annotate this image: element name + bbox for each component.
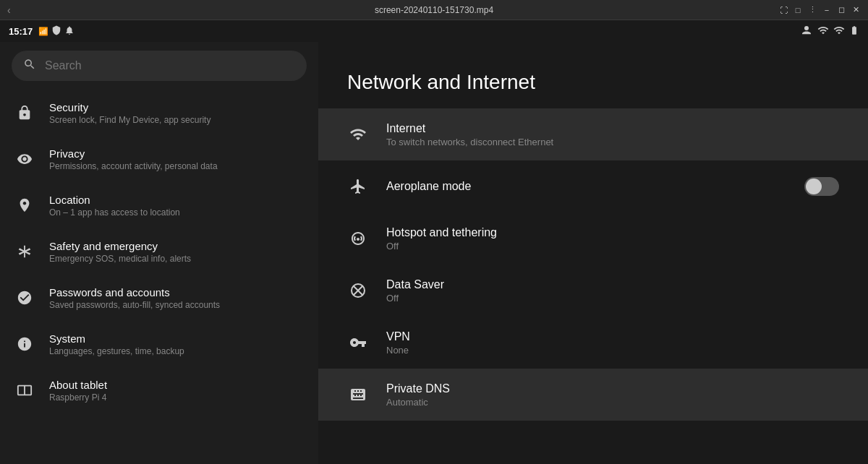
content-title: Network and Internet bbox=[318, 42, 868, 108]
menu-icon[interactable]: ⋮ bbox=[807, 5, 817, 15]
status-time: 15:17 bbox=[9, 26, 33, 37]
status-right bbox=[800, 24, 859, 39]
content-item-datasaver-title: Data Saver bbox=[386, 278, 839, 291]
sidebar-item-about-subtitle: Raspberry Pi 4 bbox=[49, 392, 107, 403]
content-item-hotspot-title: Hotspot and tethering bbox=[386, 226, 839, 239]
sidebar-item-privacy-subtitle: Permissions, account activity, personal … bbox=[49, 161, 218, 171]
svg-point-0 bbox=[804, 26, 809, 30]
content-item-internet-text: Internet To switch networks, disconnect … bbox=[386, 122, 839, 147]
content-item-aeroplane-text: Aeroplane mode bbox=[386, 180, 787, 193]
content-item-aeroplane[interactable]: Aeroplane mode bbox=[318, 160, 868, 212]
sidebar-item-system-subtitle: Languages, gestures, time, backup bbox=[49, 346, 184, 356]
sidebar-item-security-title: Security bbox=[49, 101, 210, 113]
aeroplane-toggle[interactable] bbox=[804, 177, 839, 196]
status-left: 15:17 📶 bbox=[9, 25, 75, 37]
vpn-icon bbox=[347, 332, 369, 353]
sidebar-item-privacy[interactable]: Privacy Permissions, account activity, p… bbox=[0, 136, 318, 182]
content-item-privatedns-text: Private DNS Automatic bbox=[386, 382, 839, 408]
sidebar-item-about[interactable]: About tablet Raspberry Pi 4 bbox=[0, 367, 318, 413]
sidebar-item-safety[interactable]: Safety and emergency Emergency SOS, medi… bbox=[0, 228, 318, 275]
back-arrow-icon[interactable]: ‹ bbox=[7, 4, 11, 16]
battery-status-icon bbox=[849, 25, 859, 38]
search-icon bbox=[23, 58, 36, 74]
datasaver-icon bbox=[347, 280, 369, 301]
aeroplane-toggle-knob bbox=[806, 179, 822, 194]
status-bar: 15:17 📶 bbox=[0, 20, 868, 42]
status-icons: 📶 bbox=[38, 25, 75, 37]
content-item-aeroplane-right bbox=[804, 177, 839, 196]
person-icon bbox=[14, 288, 35, 308]
eye-icon bbox=[14, 149, 35, 169]
search-container bbox=[0, 42, 318, 90]
sidebar-item-system-text: System Languages, gestures, time, backup bbox=[49, 332, 184, 356]
lock-icon bbox=[14, 103, 35, 123]
expand-icon[interactable]: ⛶ bbox=[778, 5, 788, 15]
asterisk-icon bbox=[14, 241, 35, 262]
sidebar-item-passwords[interactable]: Passwords and accounts Saved passwords, … bbox=[0, 275, 318, 321]
sidebar-item-location-text: Location On – 1 app has access to locati… bbox=[49, 194, 180, 218]
search-input[interactable] bbox=[45, 59, 295, 72]
chat-icon[interactable]: □ bbox=[793, 5, 803, 15]
content-item-privatedns[interactable]: Private DNS Automatic bbox=[318, 369, 868, 421]
sidebar-item-safety-subtitle: Emergency SOS, medical info, alerts bbox=[49, 254, 191, 264]
sidebar-item-security-text: Security Screen lock, Find My Device, ap… bbox=[49, 101, 210, 125]
tablet-icon bbox=[14, 380, 35, 400]
content-item-vpn[interactable]: VPN None bbox=[318, 317, 868, 369]
content-item-internet-title: Internet bbox=[386, 122, 839, 135]
sidebar-item-about-text: About tablet Raspberry Pi 4 bbox=[49, 379, 107, 403]
sidebar-item-location-subtitle: On – 1 app has access to location bbox=[49, 207, 180, 218]
content-item-hotspot-text: Hotspot and tethering Off bbox=[386, 226, 839, 252]
content-item-internet[interactable]: Internet To switch networks, disconnect … bbox=[318, 108, 868, 160]
sidebar-item-privacy-title: Privacy bbox=[49, 147, 218, 160]
content-item-datasaver[interactable]: Data Saver Off bbox=[318, 265, 868, 317]
sidebar: Security Screen lock, Find My Device, ap… bbox=[0, 42, 318, 464]
content-item-internet-subtitle: To switch networks, disconnect Ethernet bbox=[386, 137, 839, 147]
search-box[interactable] bbox=[12, 51, 307, 81]
sidebar-item-system-title: System bbox=[49, 332, 184, 345]
signal-status-icon bbox=[817, 25, 829, 38]
close-icon[interactable]: ✕ bbox=[851, 5, 861, 15]
content-item-privatedns-subtitle: Automatic bbox=[386, 397, 839, 408]
sidebar-item-system[interactable]: System Languages, gestures, time, backup bbox=[0, 321, 318, 367]
minimize-icon[interactable]: − bbox=[822, 5, 832, 15]
content-item-datasaver-text: Data Saver Off bbox=[386, 278, 839, 304]
sidebar-item-privacy-text: Privacy Permissions, account activity, p… bbox=[49, 147, 218, 171]
content-item-hotspot-subtitle: Off bbox=[386, 241, 839, 252]
user-status-icon bbox=[800, 24, 813, 39]
content-item-vpn-subtitle: None bbox=[386, 345, 839, 356]
content-item-vpn-title: VPN bbox=[386, 330, 839, 343]
sidebar-item-location[interactable]: Location On – 1 app has access to locati… bbox=[0, 182, 318, 228]
sidebar-item-security[interactable]: Security Screen lock, Find My Device, ap… bbox=[0, 90, 318, 136]
shield-status-icon bbox=[51, 25, 61, 37]
content-item-vpn-text: VPN None bbox=[386, 330, 839, 356]
sidebar-item-passwords-subtitle: Saved passwords, auto-fill, synced accou… bbox=[49, 300, 220, 310]
content-item-hotspot[interactable]: Hotspot and tethering Off bbox=[318, 212, 868, 265]
title-bar-filename: screen-20240110-151730.mp4 bbox=[375, 5, 493, 15]
content-area: Network and Internet Internet To switch … bbox=[318, 42, 868, 464]
sidebar-item-safety-text: Safety and emergency Emergency SOS, medi… bbox=[49, 240, 191, 264]
main-container: Security Screen lock, Find My Device, ap… bbox=[0, 42, 868, 464]
content-item-aeroplane-title: Aeroplane mode bbox=[386, 180, 787, 193]
sidebar-item-safety-title: Safety and emergency bbox=[49, 240, 191, 252]
sidebar-item-location-title: Location bbox=[49, 194, 180, 206]
info-icon bbox=[14, 334, 35, 354]
hotspot-icon bbox=[347, 228, 369, 249]
location-icon bbox=[14, 195, 35, 215]
sidebar-item-about-title: About tablet bbox=[49, 379, 107, 391]
title-bar: ‹ screen-20240110-151730.mp4 ⛶ □ ⋮ − ◻ ✕ bbox=[0, 0, 868, 20]
dns-icon bbox=[347, 384, 369, 405]
title-bar-controls: ⛶ □ ⋮ − ◻ ✕ bbox=[778, 5, 861, 15]
phone-icon: 📶 bbox=[38, 27, 48, 36]
restore-icon[interactable]: ◻ bbox=[836, 5, 846, 15]
network-icon bbox=[347, 124, 369, 145]
title-bar-left: ‹ bbox=[7, 4, 11, 16]
wifi-status-icon bbox=[833, 25, 845, 38]
content-item-datasaver-subtitle: Off bbox=[386, 293, 839, 304]
sidebar-item-security-subtitle: Screen lock, Find My Device, app securit… bbox=[49, 115, 210, 125]
sidebar-item-passwords-text: Passwords and accounts Saved passwords, … bbox=[49, 286, 220, 310]
content-item-privatedns-title: Private DNS bbox=[386, 382, 839, 395]
plane-icon bbox=[347, 176, 369, 197]
sidebar-item-passwords-title: Passwords and accounts bbox=[49, 286, 220, 298]
notification-status-icon bbox=[64, 25, 75, 37]
